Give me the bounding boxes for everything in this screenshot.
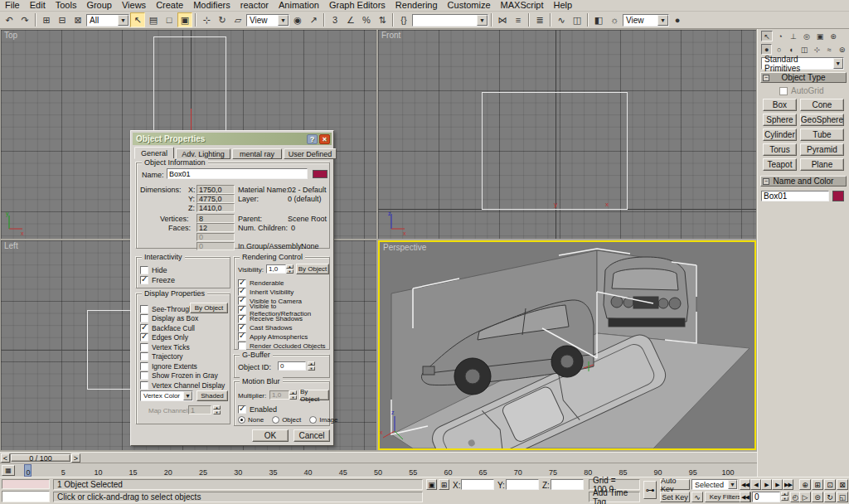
zoom-extents-icon[interactable]: ⊡	[824, 479, 836, 490]
maxscript-listener-white[interactable]	[2, 491, 50, 502]
create-cylinder-button[interactable]: Cylinder	[763, 128, 797, 141]
tab-display-icon[interactable]: ▣	[814, 31, 826, 41]
shaded-button[interactable]: Shaded	[196, 390, 228, 401]
menu-create[interactable]: Create	[151, 0, 188, 11]
z-coordinate-input[interactable]	[551, 479, 584, 490]
field-of-view-icon[interactable]: ▷	[799, 492, 811, 502]
category-space-warps-icon[interactable]: ≈	[824, 44, 835, 55]
multiplier-spinner[interactable]: ▲▼	[289, 390, 297, 400]
tab-hierarchy-icon[interactable]: ⊥	[788, 31, 799, 41]
category-geometry-icon[interactable]: ●	[761, 44, 772, 55]
ok-button[interactable]: OK	[252, 429, 289, 442]
interactivity-freeze[interactable]: ✓Freeze	[140, 275, 175, 284]
display-ignore-extents[interactable]: Ignore Extents	[140, 361, 197, 371]
select-and-manipulate-icon[interactable]: ↗	[306, 12, 321, 27]
render-render-occluded-objects[interactable]: Render Occluded Objects	[238, 342, 326, 351]
viewport-perspective-label[interactable]: Perspective	[383, 243, 426, 252]
object-id-field[interactable]: 0	[278, 361, 306, 371]
render-cast-shadows[interactable]: ✓Cast Shadows	[238, 323, 293, 332]
schematic-view-icon[interactable]: ◫	[570, 12, 585, 27]
map-channel-spinner[interactable]: ▲▼	[213, 405, 221, 414]
blur-radio-none[interactable]: None	[238, 416, 264, 424]
category-shapes-icon[interactable]: ○	[774, 44, 784, 55]
rectangular-selection-region-icon[interactable]: □	[162, 12, 177, 27]
menu-tools[interactable]: Tools	[51, 0, 82, 11]
play-icon[interactable]: ▶	[761, 479, 772, 490]
bind-to-space-warp-icon[interactable]: ⊠	[70, 12, 85, 27]
category-lights-icon[interactable]: ◐	[786, 44, 797, 55]
checkbox[interactable]: ✓	[238, 332, 246, 341]
create-cone-button[interactable]: Cone	[800, 99, 844, 111]
material-editor-icon[interactable]: ◧	[591, 12, 606, 27]
menu-modifiers[interactable]: Modifiers	[188, 0, 235, 11]
display-trajectory[interactable]: Trajectory	[140, 352, 182, 361]
select-and-rotate-icon[interactable]: ↻	[215, 12, 230, 27]
render-apply-atmospherics[interactable]: ✓Apply Atmospherics	[238, 332, 308, 342]
blur-by-object-button[interactable]: By Object	[299, 390, 329, 400]
zoom-all-icon[interactable]: ⊞	[812, 479, 823, 490]
add-time-tag[interactable]: Add Time Tag	[589, 492, 640, 502]
viewport-top-label[interactable]: Top	[4, 31, 17, 40]
default-in-out-tangents-icon[interactable]: ∿	[691, 492, 703, 502]
create-teapot-button[interactable]: Teapot	[763, 158, 797, 171]
render-type-dropdown[interactable]: View▼	[623, 14, 669, 27]
mirror-icon[interactable]: ⋈	[495, 12, 510, 27]
menu-help[interactable]: Help	[549, 0, 578, 11]
create-box-button[interactable]: Box	[763, 99, 797, 111]
time-slider-track[interactable]: 0 / 100	[10, 453, 71, 463]
render-receive-shadows[interactable]: ✓Receive Shadows	[238, 314, 303, 323]
set-key-mode-icon[interactable]: ⊶	[643, 481, 657, 499]
absolute-offset-mode-icon[interactable]: ⊞	[439, 479, 449, 490]
redo-icon[interactable]: ↷	[17, 12, 32, 27]
display-display-as-box[interactable]: Display as Box	[140, 314, 198, 323]
tab-utilities-icon[interactable]: ⊛	[827, 31, 839, 41]
box01-wireframe-front[interactable]	[482, 92, 628, 210]
checkbox[interactable]: ✓	[140, 333, 148, 342]
select-and-move-icon[interactable]: ⊹	[199, 12, 214, 27]
named-selection-dropdown[interactable]: ▼	[412, 14, 488, 27]
checkbox[interactable]: ✓	[140, 324, 148, 332]
use-pivot-point-center-icon[interactable]: ◉	[290, 12, 305, 27]
radio-button[interactable]	[309, 416, 317, 424]
render-inherit-visibility[interactable]: ✓Inherit Visibility	[238, 288, 294, 297]
tab-motion-icon[interactable]: ◎	[801, 31, 813, 41]
checkbox[interactable]	[140, 314, 148, 322]
select-and-scale-icon[interactable]: ▱	[230, 12, 245, 27]
render-scene-icon[interactable]: ☼	[607, 12, 622, 27]
category-dropdown[interactable]: Standard Primitives ▼	[761, 57, 844, 70]
menu-file[interactable]: File	[0, 0, 25, 11]
display-vertex-ticks[interactable]: Vertex Ticks	[140, 342, 190, 351]
help-icon[interactable]: ?	[307, 134, 318, 144]
selection-lock-icon[interactable]: ▣	[426, 479, 437, 490]
track-bar[interactable]: ▦ 05101520253035404550556065707580859095…	[0, 463, 757, 477]
go-to-start-icon[interactable]: ◀◀	[740, 492, 750, 502]
object-name-input[interactable]	[761, 191, 829, 201]
enabled-checkbox[interactable]: ✓	[238, 405, 246, 414]
display-by-object-button[interactable]: By Object	[190, 303, 228, 313]
snap-toggle-icon[interactable]: 3	[327, 12, 342, 27]
category-helpers-icon[interactable]: ⊹	[812, 44, 822, 55]
category-systems-icon[interactable]: ⊚	[837, 44, 847, 55]
pan-icon[interactable]: ⊜	[812, 492, 823, 502]
menu-edit[interactable]: Edit	[25, 0, 51, 11]
checkbox[interactable]	[140, 343, 148, 351]
checkbox[interactable]	[140, 266, 148, 274]
selection-filter-dropdown[interactable]: All▼	[86, 14, 129, 27]
previous-frame-icon[interactable]: ◀	[750, 479, 761, 490]
render-visible-to-reflection-refraction[interactable]: ✓Visible to Reflection/Refraction	[238, 305, 329, 314]
select-by-name-icon[interactable]: ▤	[146, 12, 161, 27]
collapse-icon[interactable]: −	[763, 75, 769, 81]
menu-group[interactable]: Group	[81, 0, 117, 11]
close-icon[interactable]: ×	[319, 134, 330, 144]
y-coordinate-input[interactable]	[506, 479, 539, 490]
go-to-end-icon[interactable]: ▶▶	[783, 479, 793, 490]
viewport-perspective[interactable]: Perspective	[378, 240, 756, 450]
reference-coordinate-dropdown[interactable]: View▼	[246, 14, 289, 27]
blur-radio-image[interactable]: Image	[309, 416, 337, 424]
object-color-swatch[interactable]	[832, 191, 844, 201]
auto-key-button[interactable]: Auto Key	[660, 479, 690, 490]
name-color-rollout-header[interactable]: − Name and Color	[760, 176, 847, 187]
min-max-toggle-icon[interactable]: ◱	[837, 492, 848, 502]
radio-button[interactable]	[272, 416, 279, 424]
enabled-checkbox-row[interactable]: ✓ Enabled	[238, 405, 277, 414]
